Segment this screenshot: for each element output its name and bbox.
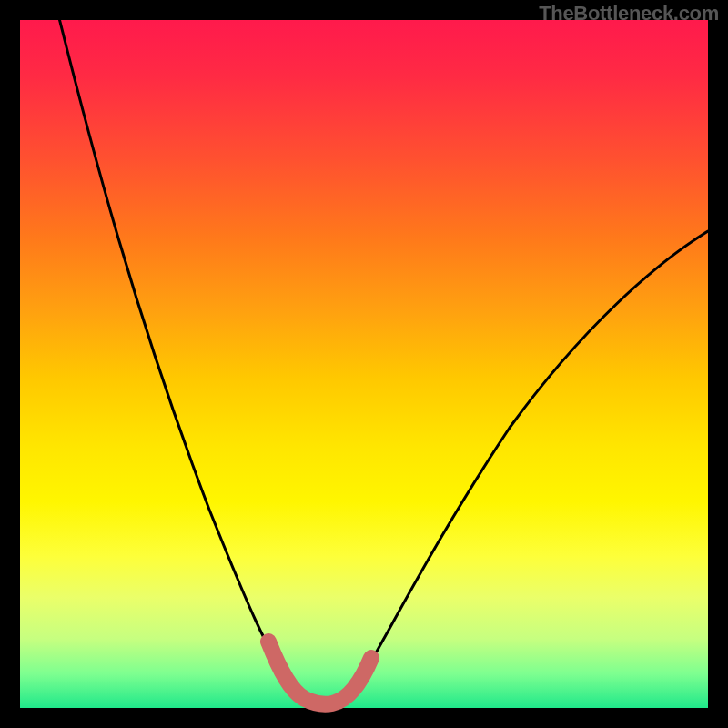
trough-highlight: [268, 642, 371, 704]
watermark-text: TheBottleneck.com: [539, 2, 719, 25]
chart-svg: [0, 0, 728, 728]
bottleneck-curve: [59, 18, 708, 703]
